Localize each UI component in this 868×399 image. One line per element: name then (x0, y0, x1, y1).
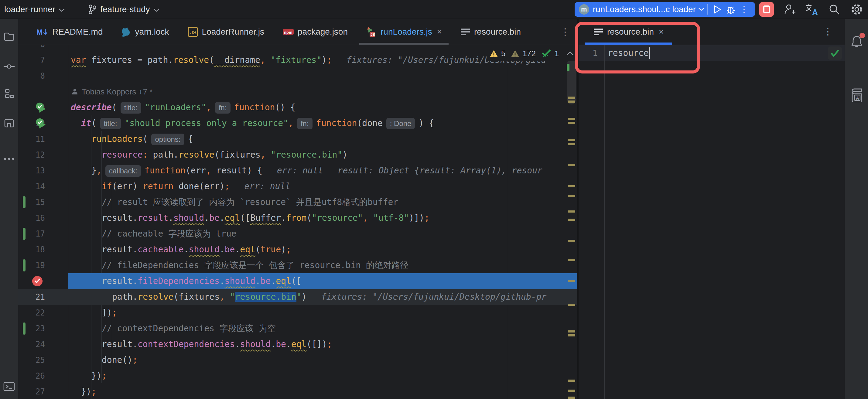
vcs-changed-lines-bar-icon[interactable] (23, 259, 26, 272)
previous-problem-icon[interactable] (566, 51, 574, 56)
run-configuration-name[interactable]: runLoaders.shoul...c loader (593, 5, 696, 14)
code-editor[interactable]: 67var fixtures = path.resolve(__dirname,… (18, 45, 577, 399)
code-line-14[interactable]: 14if(err) return done(err);err: null (18, 179, 577, 194)
code-editor-right-split[interactable]: 1 resource (579, 45, 845, 399)
code-line-21[interactable]: 21path.resolve(fixtures, "resource.bin")… (18, 289, 577, 305)
vcs-changed-lines-bar-icon[interactable] (23, 228, 26, 240)
terminal-icon[interactable] (3, 381, 15, 392)
structure-icon[interactable] (3, 88, 15, 100)
code-text[interactable]: result.contextDependencies.should.be.eql… (71, 336, 332, 352)
code-with-me-add-user-icon[interactable] (782, 2, 796, 17)
weak-warning-stripe-mark[interactable] (568, 143, 575, 145)
search-everywhere-icon[interactable] (827, 2, 841, 17)
weak-warning-stripe-mark[interactable] (568, 240, 575, 242)
commit-icon[interactable] (3, 61, 15, 72)
code-line-16[interactable]: 16result.result.should.be.eql([Buffer.fr… (18, 210, 577, 226)
code-text[interactable]: path.resolve(fixtures, "resource.bin")fi… (71, 289, 546, 305)
inspections-widget[interactable]: 5 172 1 (487, 45, 577, 61)
weak-warning-stripe-mark[interactable] (568, 97, 575, 99)
code-line-17[interactable]: 17// cacheable 字段应该为 true (18, 226, 577, 242)
code-text[interactable]: var fixtures = path.resolve(__dirname, "… (71, 52, 546, 68)
more-run-actions-button[interactable]: ⋮ (737, 3, 751, 16)
author-annotation-row[interactable]: Tobias Koppers +7 * (18, 84, 577, 100)
weak-warning-stripe-mark[interactable] (568, 219, 575, 221)
run-button[interactable] (711, 3, 724, 16)
tab-loaderrunner-js[interactable]: JS LoaderRunner.js (178, 19, 273, 44)
code-text[interactable]: }); (71, 368, 107, 384)
weak-warning-stripe-mark[interactable] (568, 330, 575, 333)
code-line-27[interactable]: 27}); (18, 384, 577, 399)
error-stripe[interactable] (567, 45, 577, 399)
editor-split-divider[interactable] (577, 19, 579, 399)
chevron-down-icon[interactable] (698, 7, 704, 11)
project-folder-icon[interactable] (3, 31, 15, 42)
code-text[interactable]: result.result.should.be.eql([Buffer.from… (71, 210, 429, 226)
tab-list-more-icon[interactable]: ⋮ (556, 26, 574, 37)
tab-readme-md[interactable]: M README.md (27, 19, 112, 44)
code-line-19[interactable]: 19// fileDependencies 字段应该是一个 包含了 resour… (18, 257, 577, 273)
test-run-passed-icon[interactable] (35, 118, 47, 129)
more-tools-icon[interactable] (3, 153, 15, 164)
code-line-9[interactable]: 9describe(title:"runLoaders",fn:function… (18, 100, 577, 115)
code-line-8[interactable]: 8 (18, 68, 577, 84)
run-configuration-widget[interactable]: m runLoaders.shoul...c loader ⋮ (575, 2, 755, 17)
weak-warning-stripe-mark[interactable] (568, 100, 575, 103)
code-line-20[interactable]: result.fileDependencies.should.be.eql([ (18, 273, 577, 289)
tab-yarn-lock[interactable]: yarn.lock (112, 19, 178, 44)
tab-package-json[interactable]: npm package.json (273, 19, 357, 44)
weak-warning-stripe-mark[interactable] (568, 390, 575, 392)
code-text[interactable]: },callback:function(err, result) {err: n… (71, 163, 542, 179)
tab-runloaders-js[interactable]: JS runLoaders.js × (357, 19, 451, 44)
code-line-10[interactable]: 10it(title:"should process only a resour… (18, 115, 577, 131)
vcs-stripe-mark[interactable] (567, 64, 569, 71)
close-tab-icon[interactable]: × (437, 27, 442, 37)
code-text[interactable]: // result 应该读取到了 内容为 `resource` 并且是utf8格… (71, 194, 398, 210)
code-line-12[interactable]: 12resource: path.resolve(fixtures, "reso… (18, 147, 577, 163)
code-text[interactable]: ]); (71, 305, 117, 321)
git-branch-name[interactable]: feature-study (100, 5, 150, 14)
breakpoint-verified-icon[interactable] (32, 275, 43, 287)
weak-warning-stripe-mark[interactable] (568, 139, 575, 141)
weak-warning-stripe-mark[interactable] (568, 122, 575, 124)
weak-warning-stripe-mark[interactable] (568, 280, 575, 282)
weak-warning-stripe-mark[interactable] (568, 304, 575, 306)
code-line-13[interactable]: 13},callback:function(err, result) {err:… (18, 163, 577, 179)
weak-warning-stripe-mark[interactable] (568, 164, 575, 166)
code-line-23[interactable]: 23// contextDependencies 字段应该 为空 (18, 321, 577, 336)
code-text[interactable]: // contextDependencies 字段应该 为空 (71, 321, 276, 336)
code-text[interactable]: result.cacheable.should.be.eql(true); (71, 242, 291, 257)
tab-resource-bin[interactable]: resource.bin (451, 19, 530, 44)
code-line-26[interactable]: 26}); (18, 368, 577, 384)
weak-warning-stripe-mark[interactable] (568, 397, 575, 399)
debug-button[interactable] (724, 3, 737, 16)
ai-assistant-book-icon[interactable]: A (850, 88, 864, 102)
chevron-down-icon[interactable] (58, 8, 65, 12)
tab-resource-bin-right[interactable]: resource.bin × (584, 19, 673, 44)
stop-button[interactable] (759, 2, 774, 17)
code-text[interactable]: result.fileDependencies.should.be.eql([ (71, 273, 301, 289)
close-tab-icon[interactable]: × (659, 27, 663, 37)
vcs-changed-lines-bar-icon[interactable] (23, 323, 26, 335)
chevron-down-icon[interactable] (153, 8, 160, 12)
services-icon[interactable] (3, 118, 15, 129)
code-line-25[interactable]: 25done(); (18, 352, 577, 368)
code-line-15[interactable]: 15// result 应该读取到了 内容为 `resource` 并且是utf… (18, 194, 577, 210)
weak-warning-stripe-mark[interactable] (568, 118, 575, 120)
code-line-18[interactable]: 18result.cacheable.should.be.eql(true); (18, 242, 577, 257)
code-text[interactable]: // cacheable 字段应该为 true (71, 226, 236, 242)
code-text[interactable]: // fileDependencies 字段应该是一个 包含了 resource… (71, 257, 408, 273)
test-run-passed-icon[interactable] (35, 102, 47, 113)
code-line-24[interactable]: 24result.contextDependencies.should.be.e… (18, 336, 577, 352)
project-name[interactable]: loader-runner (4, 5, 55, 14)
code-line-11[interactable]: 11runLoaders(options:{ (18, 131, 577, 147)
weak-warning-stripe-mark[interactable] (568, 259, 575, 261)
weak-warning-stripe-mark[interactable] (568, 210, 575, 213)
weak-warning-stripe-mark[interactable] (568, 185, 575, 187)
code-line-22[interactable]: 22]); (18, 305, 577, 321)
tab-list-more-icon[interactable]: ⋮ (824, 26, 833, 37)
code-text[interactable]: runLoaders(options:{ (71, 131, 193, 147)
settings-gear-icon[interactable] (850, 2, 864, 17)
code-text[interactable]: if(err) return done(err);err: null (71, 179, 290, 194)
file-content-line[interactable]: resource (608, 45, 649, 61)
translate-icon[interactable]: A (805, 2, 819, 17)
